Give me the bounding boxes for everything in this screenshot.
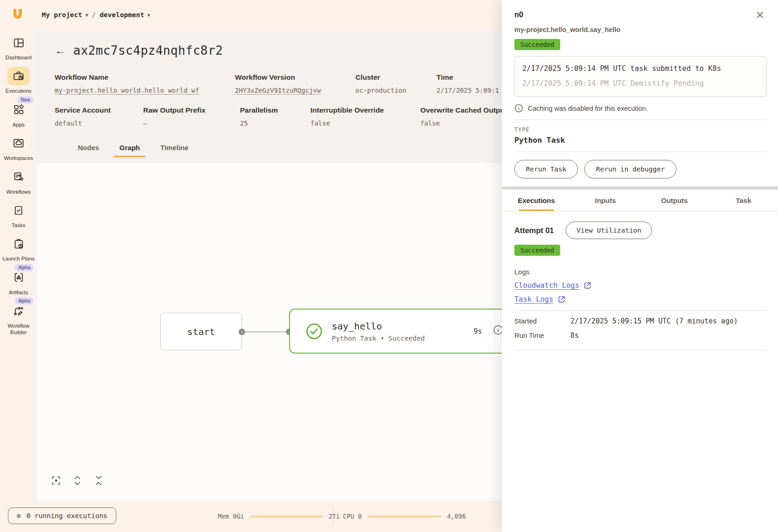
workflows-icon xyxy=(13,171,25,183)
breadcrumb-separator: / xyxy=(92,11,96,19)
tab-task[interactable]: Task xyxy=(709,190,778,211)
workspaces-icon xyxy=(13,137,25,149)
detail-label: Overwrite Cached Outputs xyxy=(420,106,511,114)
detail-label: Raw Output Prefix xyxy=(143,106,240,114)
node-detail-tabs: Executions Inputs Outputs Task xyxy=(502,190,778,211)
task-fqn-subtitle: my-project.hello_world.say_hello xyxy=(514,26,767,33)
workflow-builder-icon xyxy=(13,305,25,317)
tab-inputs[interactable]: Inputs xyxy=(571,190,640,211)
center-graph-button[interactable] xyxy=(50,475,62,487)
type-label: TYPE xyxy=(514,127,767,133)
back-button[interactable]: ← xyxy=(55,45,66,56)
workflow-version-link[interactable]: 2HY3xZeGzV9ItzuRQgcjvw xyxy=(235,87,355,94)
sidebar-item-executions[interactable]: Executions xyxy=(0,67,37,94)
view-utilization-button[interactable]: View Utilization xyxy=(566,222,652,239)
type-value: Python Task xyxy=(514,136,767,145)
breadcrumb-project-dropdown[interactable]: My project ▼ xyxy=(42,11,88,19)
rerun-task-button[interactable]: Rerun Task xyxy=(514,160,578,178)
run-time-value: 8s xyxy=(570,331,579,340)
executions-icon xyxy=(13,70,25,82)
cluster-value: oc-production xyxy=(355,87,436,94)
detail-label: Interruptible Override xyxy=(310,106,420,114)
sidebar-item-label: Tasks xyxy=(12,222,25,228)
event-log-line: 2/17/2025 5:09:14 PM UTC Demistify Pendi… xyxy=(522,76,759,91)
sidebar-item-label: Launch Plans xyxy=(2,255,35,262)
graph-node-start[interactable]: start xyxy=(160,313,242,350)
started-row: Started 2/17/2025 5:09:15 PM UTC (7 minu… xyxy=(514,317,767,325)
started-value: 2/17/2025 5:09:15 PM UTC (7 minutes ago) xyxy=(570,317,738,325)
event-log-line: 2/17/2025 5:09:14 PM UTC task submitted … xyxy=(522,61,759,76)
task-logs-link[interactable]: Task Logs xyxy=(514,295,767,304)
cloudwatch-logs-link[interactable]: Cloudwatch Logs xyxy=(514,281,767,290)
artifacts-icon xyxy=(13,272,25,283)
external-link-icon xyxy=(583,281,592,290)
sidebar-item-workspaces[interactable]: Workspaces xyxy=(0,134,37,161)
sidebar-item-label: Workflow Builder xyxy=(0,323,37,336)
chevron-down-icon: ▼ xyxy=(147,13,150,18)
run-time-label: Run Time xyxy=(514,331,570,339)
collapse-vertical-button[interactable] xyxy=(93,475,105,487)
dashboard-icon xyxy=(13,37,25,49)
detail-label: Service Account xyxy=(55,106,143,114)
cpu-gauge-label: CPU 0 xyxy=(343,513,362,520)
logs-section-label: Logs xyxy=(514,268,767,276)
memory-gauge-max: 2Ti xyxy=(329,513,340,520)
divider xyxy=(514,120,767,120)
tab-executions[interactable]: Executions xyxy=(502,190,571,211)
started-label: Started xyxy=(514,317,570,325)
tab-timeline[interactable]: Timeline xyxy=(150,139,199,157)
tab-nodes[interactable]: Nodes xyxy=(68,139,109,157)
log-link-label: Cloudwatch Logs xyxy=(514,281,579,290)
breadcrumb-environment-dropdown[interactable]: development ▼ xyxy=(100,11,150,19)
divider xyxy=(514,310,767,311)
sidebar-item-label: Dashboard xyxy=(6,54,32,61)
status-badge: Succeeded xyxy=(514,39,560,50)
gauge-divider xyxy=(333,507,333,525)
time-value: 2/17/2025 5:09:1 xyxy=(436,87,499,94)
run-time-row: Run Time 8s xyxy=(514,331,767,340)
success-check-icon xyxy=(306,323,323,340)
log-link-label: Task Logs xyxy=(514,295,553,304)
memory-gauge-track xyxy=(250,515,323,518)
node-id-title: n0 xyxy=(514,0,767,19)
caching-info-row: Caching was disabled for this execution. xyxy=(514,104,767,113)
status-dot-icon xyxy=(17,514,21,518)
detail-label: Workflow Name xyxy=(55,73,235,82)
graph-node-say-hello[interactable]: say_hello Python Task • Succeeded 9s xyxy=(289,309,530,354)
detail-label: Time xyxy=(436,73,499,82)
sidebar-item-workflows[interactable]: Workflows xyxy=(0,168,37,195)
sidebar-item-tasks[interactable]: Tasks xyxy=(0,201,37,228)
running-executions-pill[interactable]: 0 running executions xyxy=(8,507,116,524)
sidebar-item-label: Workspaces xyxy=(4,155,33,161)
sidebar-item-launch-plans[interactable]: Launch Plans xyxy=(0,234,37,262)
expand-vertical-button[interactable] xyxy=(71,475,83,487)
sidebar-item-label: Apps xyxy=(13,121,25,128)
sidebar-item-workflow-builder[interactable]: Alpha Workflow Builder xyxy=(0,302,37,336)
sidebar-item-apps[interactable]: New Apps xyxy=(0,101,37,128)
sidebar-item-artifacts[interactable]: Alpha Artifacts xyxy=(0,268,37,296)
task-node-subtitle: Python Task • Succeeded xyxy=(332,335,425,342)
node-detail-panel: ✕ n0 my-project.hello_world.say_hello Su… xyxy=(502,0,778,532)
cpu-gauge-max: 4,096 xyxy=(447,513,466,520)
raw-output-prefix-value: – xyxy=(143,120,240,127)
close-icon[interactable]: ✕ xyxy=(754,9,766,21)
info-icon xyxy=(514,104,523,113)
rerun-in-debugger-button[interactable]: Rerun in debugger xyxy=(584,160,676,178)
panel-resize-handle[interactable] xyxy=(502,186,778,190)
event-log-box: 2/17/2025 5:09:14 PM UTC task submitted … xyxy=(514,56,767,97)
sidebar-item-label: Executions xyxy=(6,88,32,94)
launch-plans-icon xyxy=(13,238,25,250)
overwrite-cached-outputs-value: false xyxy=(420,120,511,127)
union-logo-icon[interactable] xyxy=(10,7,25,22)
graph-controls xyxy=(50,475,105,487)
execution-id-title: ax2mc7sc4pz4nqhfc8r2 xyxy=(73,44,223,57)
tab-outputs[interactable]: Outputs xyxy=(640,190,709,211)
sidebar-item-dashboard[interactable]: Dashboard xyxy=(0,33,37,61)
apps-icon xyxy=(13,104,25,115)
workflow-name-link[interactable]: my-project.hello_world.hello_world_wf xyxy=(55,87,235,94)
detail-label: Workflow Version xyxy=(235,73,355,82)
alpha-badge: Alpha xyxy=(15,264,33,271)
tasks-icon xyxy=(13,205,24,216)
tab-graph[interactable]: Graph xyxy=(109,139,150,157)
graph-edge xyxy=(245,331,289,332)
